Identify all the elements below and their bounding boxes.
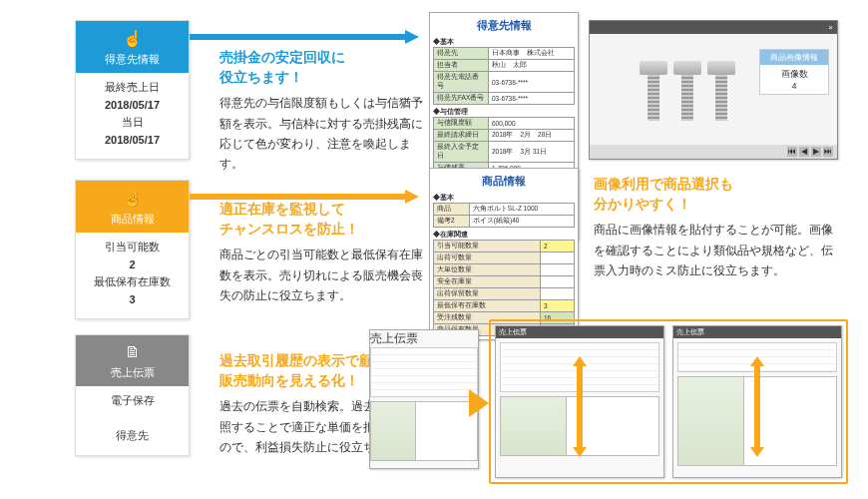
body: 商品に画像情報を貼付することが可能。画像を確認することにより類似品や規格など、伝…	[594, 220, 833, 280]
feature-text-2: 適正在庫を監視して チャンスロスを防止！ 商品ごとの引当可能数と最低保有在庫数を…	[219, 200, 429, 305]
badge-body: 引当可能数 2 最低保有在庫数 3	[76, 233, 189, 318]
next-icon[interactable]: ▶	[811, 147, 821, 157]
first-icon[interactable]: ⏮	[787, 147, 797, 157]
badge-head-product: ☝ 商品情報	[76, 181, 189, 233]
label: 最終売上日	[80, 79, 185, 97]
badge-title: 売上伝票	[111, 366, 155, 378]
image-nav: ⏮ ◀ ▶ ⏭	[590, 145, 837, 159]
hand-pointer-icon: ☝	[76, 29, 189, 48]
value: 2	[80, 256, 185, 274]
feature-text-4: 画像利用で商品選択も 分かりやすく！ 商品に画像情報を貼付することが可能。画像を…	[594, 175, 833, 280]
label: 最低保有在庫数	[80, 273, 185, 291]
slip-titlebar: 売上伝票	[370, 330, 478, 347]
box-title: 商品画像情報	[760, 50, 828, 65]
hand-pointer-icon: ☝	[76, 189, 189, 208]
body: 商品ごとの引当可能数と最低保有在庫数を表示。売り切れによる販売機会喪失の防止に役…	[219, 245, 429, 305]
badge-body: 電子保存 得意先	[76, 386, 189, 455]
slip-titlebar: 売上伝票	[496, 326, 663, 338]
badge-head-customer: ☝ 得意先情報	[76, 21, 189, 73]
headline: 画像利用で商品選択も 分かりやすく！	[594, 175, 833, 214]
arrow-right-icon	[469, 389, 489, 417]
panel-product: 商品情報 ◆基本 商品六角ボルトSL-Z 1000備考2ボイス(紙箱)40 ◆在…	[429, 168, 579, 340]
badge-head-slip: 🗎 売上伝票	[76, 335, 189, 386]
slip-highlight-frame: 売上伝票 売上伝票	[489, 319, 848, 484]
prev-icon[interactable]: ◀	[799, 147, 809, 157]
bolt-icon	[673, 61, 701, 121]
slip-thumbnail: 売上伝票	[495, 325, 664, 478]
arrow-vertical-icon	[573, 356, 587, 457]
badge-product: ☝ 商品情報 引当可能数 2 最低保有在庫数 3	[75, 180, 190, 319]
slip-titlebar: 売上伝票	[673, 326, 841, 338]
section-label: ◆基本	[433, 37, 575, 47]
badge-body: 最終売上日 2018/05/17 当日 2018/05/17	[76, 73, 189, 159]
arrow-blue	[190, 30, 419, 44]
table-basic: 得意先日本商事 株式会社担当者秋山 太郎得意先電話番号03-6738-****得…	[433, 47, 575, 105]
badge-customer: ☝ 得意先情報 最終売上日 2018/05/17 当日 2018/05/17	[75, 20, 190, 160]
bolt-icon	[640, 61, 667, 121]
arrow-vertical-icon	[750, 356, 764, 457]
headline: 適正在庫を監視して チャンスロスを防止！	[219, 200, 429, 239]
label: 画像数	[763, 68, 825, 81]
badge-slip: 🗎 売上伝票 電子保存 得意先	[75, 334, 190, 456]
slip-previews: 売上伝票 売上伝票 売上伝票	[429, 319, 848, 484]
value: 2018/05/17	[80, 97, 185, 115]
badge-title: 得意先情報	[105, 53, 160, 65]
slip-thumbnail: 売上伝票	[672, 325, 842, 478]
close-icon[interactable]: ×	[828, 23, 833, 32]
product-image	[640, 61, 735, 121]
value: 3	[80, 291, 185, 309]
panel-title: 得意先情報	[433, 16, 575, 35]
image-count-box: 商品画像情報 画像数 4	[759, 49, 829, 95]
label: 引当可能数	[80, 239, 185, 256]
table-basic: 商品六角ボルトSL-Z 1000備考2ボイス(紙箱)40	[433, 203, 575, 228]
label: 当日	[80, 114, 185, 132]
headline: 売掛金の安定回収に 役立ちます！	[219, 48, 429, 87]
feature-row-slip: 🗎 売上伝票 電子保存 得意先	[0, 334, 190, 456]
bolt-icon	[707, 61, 735, 121]
table-credit: 与信限度額600,000最終請求締日2018年 2月 28日最終入金予定日201…	[433, 117, 575, 175]
badge-title: 商品情報	[111, 213, 155, 225]
slip-thumbnail-left: 売上伝票	[369, 329, 479, 469]
value: 4	[763, 81, 825, 91]
last-icon[interactable]: ⏭	[823, 147, 833, 157]
panel-title: 商品情報	[433, 172, 575, 191]
body: 得意先の与信限度額もしくは与信猶予額を表示。与信枠に対する売掛残高に応じて色が変…	[219, 93, 429, 175]
document-icon: 🗎	[76, 343, 189, 361]
section-label: ◆与信管理	[433, 107, 575, 117]
label: 得意先	[80, 427, 185, 445]
section-label: ◆在庫関連	[433, 230, 575, 240]
value: 2018/05/17	[80, 132, 185, 150]
section-label: ◆基本	[433, 193, 575, 203]
panel-image-info: × 商品画像情報 画像数 4 ⏮ ◀ ▶ ⏭	[589, 20, 838, 160]
label: 電子保存	[80, 392, 185, 410]
window-titlebar: ×	[590, 21, 837, 34]
feature-text-1: 売掛金の安定回収に 役立ちます！ 得意先の与信限度額もしくは与信猶予額を表示。与…	[219, 48, 429, 175]
